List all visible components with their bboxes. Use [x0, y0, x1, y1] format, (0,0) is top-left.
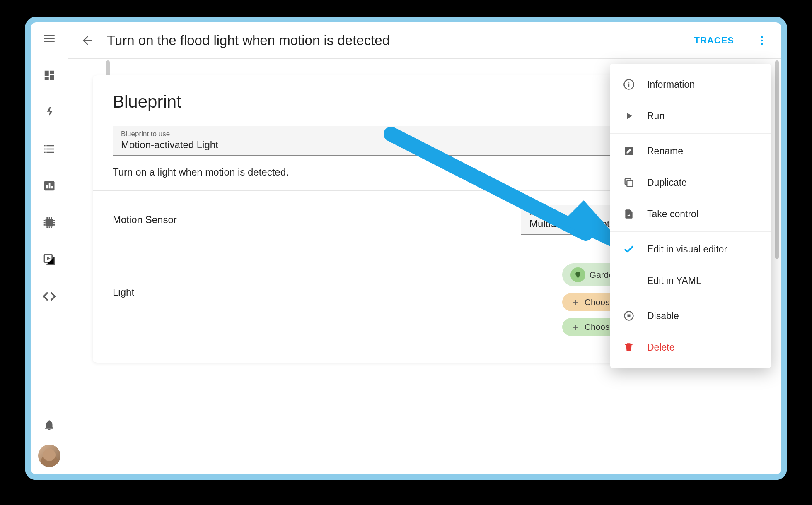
svg-rect-17: [628, 315, 631, 317]
code-icon[interactable]: [42, 289, 56, 303]
svg-rect-4: [45, 219, 53, 227]
menu-information[interactable]: Information: [610, 69, 771, 100]
stats-icon[interactable]: [42, 179, 56, 193]
menu-duplicate-label: Duplicate: [647, 177, 687, 188]
notifications-icon[interactable]: [42, 418, 56, 432]
menu-disable[interactable]: Disable: [610, 300, 771, 332]
svg-point-6: [761, 36, 763, 38]
menu-disable-label: Disable: [647, 310, 679, 322]
overflow-menu-icon[interactable]: [755, 34, 769, 48]
list-icon[interactable]: [42, 142, 56, 156]
menu-delete[interactable]: Delete: [610, 332, 771, 363]
take-control-icon: [622, 207, 636, 221]
main-area: Turn on the flood light when motion is d…: [68, 22, 781, 474]
menu-take-control[interactable]: Take control: [610, 198, 771, 230]
plus-icon: ＋: [570, 297, 580, 307]
blank-icon: [622, 274, 636, 287]
menu-run[interactable]: Run: [610, 100, 771, 132]
svg-rect-3: [51, 186, 53, 188]
svg-point-7: [761, 39, 763, 41]
user-avatar[interactable]: [38, 445, 60, 467]
topbar: Turn on the flood light when motion is d…: [68, 22, 781, 59]
menu-edit-yaml-label: Edit in YAML: [647, 275, 701, 286]
svg-rect-2: [48, 183, 50, 189]
page-title: Turn on the flood light when motion is d…: [107, 33, 390, 48]
svg-rect-15: [627, 180, 633, 186]
disable-icon: [622, 309, 636, 322]
trash-icon: [622, 341, 636, 354]
overflow-menu: Information Run Rename: [610, 64, 771, 368]
chip-icon[interactable]: [42, 216, 56, 230]
duplicate-icon: [622, 176, 636, 189]
svg-rect-1: [46, 185, 48, 189]
menu-rename[interactable]: Rename: [610, 135, 771, 167]
info-icon: [622, 78, 636, 91]
menu-run-label: Run: [647, 111, 665, 122]
traces-link[interactable]: TRACES: [694, 35, 734, 46]
svg-rect-12: [628, 84, 629, 87]
sidebar: [31, 22, 68, 474]
rename-icon: [622, 144, 636, 158]
menu-information-label: Information: [647, 79, 695, 90]
menu-edit-visual[interactable]: Edit in visual editor: [610, 233, 771, 265]
back-arrow-icon[interactable]: [80, 34, 94, 48]
check-icon: [622, 243, 636, 256]
svg-point-8: [761, 43, 763, 45]
menu-take-control-label: Take control: [647, 209, 698, 220]
lightbulb-icon: [570, 267, 585, 282]
menu-duplicate[interactable]: Duplicate: [610, 167, 771, 198]
light-label: Light: [113, 263, 245, 298]
menu-delete-label: Delete: [647, 342, 674, 353]
svg-point-13: [628, 82, 629, 83]
motion-sensor-label: Motion Sensor: [113, 214, 245, 226]
energy-icon[interactable]: [42, 105, 56, 119]
menu-edit-yaml[interactable]: Edit in YAML: [610, 265, 771, 296]
media-icon[interactable]: [42, 252, 56, 267]
play-icon: [622, 109, 636, 123]
hamburger-icon[interactable]: [42, 31, 56, 46]
plus-icon: ＋: [570, 322, 580, 332]
app-window: Turn on the flood light when motion is d…: [31, 22, 781, 474]
menu-rename-label: Rename: [647, 146, 683, 157]
menu-edit-visual-label: Edit in visual editor: [647, 244, 727, 255]
dashboard-icon[interactable]: [42, 68, 56, 82]
